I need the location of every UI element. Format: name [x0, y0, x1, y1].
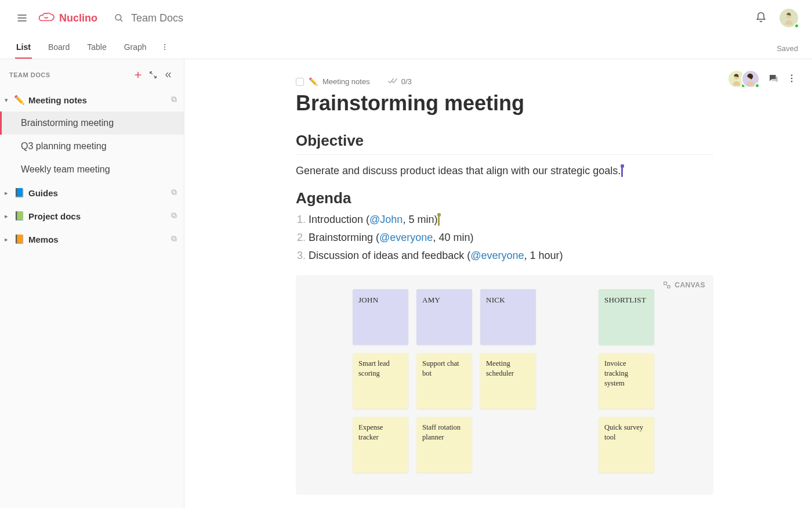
- svg-point-15: [791, 74, 793, 76]
- canvas-badge: CANVAS: [663, 281, 705, 289]
- canvas-note[interactable]: AMY: [416, 289, 472, 345]
- agenda-item[interactable]: Discussion of ideas and feedback (@every…: [309, 248, 713, 264]
- sidebar: TEAM DOCS ▾ ✏️ Meeting notes Brainstormi…: [0, 59, 184, 508]
- checkbox-icon[interactable]: [296, 78, 304, 86]
- chevron-right-icon: ▸: [5, 189, 13, 197]
- tasks-count: 0/3: [401, 77, 412, 86]
- mention[interactable]: @John: [369, 214, 403, 225]
- svg-rect-11: [173, 237, 176, 240]
- sidebar-add-button[interactable]: [130, 67, 146, 82]
- svg-point-16: [791, 77, 793, 79]
- canvas-row: Expense tracker Staff rotation planner Q…: [353, 417, 699, 473]
- agenda-item[interactable]: Brainstorming (@everyone, 40 min): [309, 230, 713, 246]
- user-avatar[interactable]: [780, 9, 798, 27]
- sidebar-title: TEAM DOCS: [9, 71, 130, 78]
- duplicate-icon[interactable]: [170, 211, 178, 221]
- svg-point-4: [164, 49, 165, 50]
- sidebar-item-label: Project docs: [28, 211, 170, 221]
- sidebar-child-weekly[interactable]: Weekly team meeting: [0, 158, 184, 181]
- divider: [296, 154, 713, 155]
- search-input[interactable]: [130, 12, 281, 25]
- duplicate-icon[interactable]: [170, 188, 178, 198]
- svg-point-3: [164, 46, 165, 48]
- canvas-note[interactable]: SHORTLIST: [599, 289, 654, 345]
- topbar-right: [755, 9, 798, 27]
- agenda-list[interactable]: Introduction (@John, 5 min) Brainstormin…: [296, 212, 713, 264]
- book-blue-icon: 📘: [14, 188, 25, 198]
- mention[interactable]: @everyone: [470, 250, 524, 261]
- mention[interactable]: @everyone: [379, 232, 433, 243]
- chevron-down-icon: ▾: [5, 96, 13, 104]
- canvas-note[interactable]: Meeting scheduler: [480, 353, 536, 409]
- page-title[interactable]: Brainstorming meeting: [296, 91, 713, 116]
- pencil-icon: ✏️: [309, 77, 318, 86]
- agenda-item[interactable]: Introduction (@John, 5 min): [309, 212, 713, 228]
- view-tabs-more[interactable]: [161, 43, 169, 59]
- canvas-note[interactable]: NICK: [480, 289, 536, 345]
- svg-rect-10: [172, 212, 175, 216]
- svg-rect-8: [172, 189, 175, 193]
- comments-button[interactable]: [768, 73, 778, 85]
- sidebar-item-memos[interactable]: ▸ 📙 Memos: [0, 228, 184, 251]
- section-objective[interactable]: Objective: [296, 132, 713, 150]
- canvas-note[interactable]: Staff rotation planner: [416, 417, 472, 473]
- sidebar-item-label: Meeting notes: [28, 95, 170, 105]
- notifications-button[interactable]: [755, 12, 767, 25]
- svg-rect-6: [172, 96, 175, 100]
- search-icon: [114, 13, 124, 23]
- svg-rect-12: [172, 236, 175, 239]
- canvas-note[interactable]: Quick survey tool: [599, 417, 654, 473]
- doc-actions: [727, 70, 797, 88]
- svg-point-19: [668, 286, 670, 289]
- sidebar-item-guides[interactable]: ▸ 📘 Guides: [0, 181, 184, 204]
- tab-graph[interactable]: Graph: [123, 42, 148, 59]
- shapes-icon: [663, 281, 671, 289]
- search[interactable]: [114, 12, 755, 25]
- tab-list[interactable]: List: [15, 42, 32, 59]
- svg-rect-5: [173, 98, 176, 101]
- collaborators[interactable]: [727, 70, 760, 88]
- doc-more-button[interactable]: [786, 73, 797, 85]
- remote-cursor-purple: [621, 165, 623, 177]
- breadcrumb[interactable]: Meeting notes: [322, 77, 370, 86]
- app-name: Nuclino: [59, 12, 97, 24]
- canvas-note[interactable]: Expense tracker: [353, 417, 408, 473]
- objective-content: Generate and discuss product ideas that …: [296, 165, 621, 176]
- sidebar-header: TEAM DOCS: [0, 59, 184, 88]
- svg-point-2: [164, 44, 165, 45]
- menu-button[interactable]: [10, 6, 34, 30]
- canvas-label: CANVAS: [675, 281, 705, 289]
- sidebar-child-q3[interactable]: Q3 planning meeting: [0, 135, 184, 158]
- section-agenda[interactable]: Agenda: [296, 189, 713, 207]
- svg-rect-7: [173, 190, 176, 194]
- tasks-icon: [387, 77, 398, 87]
- canvas-note[interactable]: Smart lead scoring: [353, 353, 408, 409]
- doc-meta: ✏️ Meeting notes 0/3: [296, 77, 713, 87]
- tab-table[interactable]: Table: [86, 42, 107, 59]
- svg-rect-18: [664, 282, 667, 285]
- canvas-row: Smart lead scoring Support chat bot Meet…: [353, 353, 699, 409]
- document-area: ✏️ Meeting notes 0/3 Brainstorming meeti…: [184, 59, 812, 508]
- sidebar-child-brainstorming[interactable]: Brainstorming meeting: [0, 111, 184, 135]
- sidebar-expand-button[interactable]: [146, 67, 161, 82]
- chevron-right-icon: ▸: [5, 236, 13, 243]
- duplicate-icon[interactable]: [170, 235, 178, 244]
- view-tabs-row: List Board Table Graph Saved: [0, 36, 812, 59]
- canvas-block[interactable]: CANVAS JOHN AMY NICK SHORTLIST Smart lea…: [296, 275, 713, 495]
- canvas-note[interactable]: JOHN: [353, 289, 408, 345]
- sidebar-collapse-button[interactable]: [161, 67, 176, 82]
- objective-text[interactable]: Generate and discuss product ideas that …: [296, 163, 713, 179]
- book-green-icon: 📗: [14, 211, 25, 221]
- sidebar-item-project-docs[interactable]: ▸ 📗 Project docs: [0, 204, 184, 228]
- tab-board[interactable]: Board: [47, 42, 71, 59]
- duplicate-icon[interactable]: [170, 95, 178, 105]
- svg-point-17: [791, 80, 793, 82]
- sidebar-item-label: Memos: [28, 235, 170, 244]
- canvas-note[interactable]: Invoice tracking system: [599, 353, 654, 409]
- sidebar-item-meeting-notes[interactable]: ▾ ✏️ Meeting notes: [0, 88, 184, 111]
- pencil-icon: ✏️: [14, 95, 25, 105]
- book-orange-icon: 📙: [14, 234, 25, 244]
- canvas-note[interactable]: Support chat bot: [416, 353, 472, 409]
- document[interactable]: ✏️ Meeting notes 0/3 Brainstorming meeti…: [296, 77, 713, 495]
- app-logo[interactable]: Nuclino: [38, 12, 97, 24]
